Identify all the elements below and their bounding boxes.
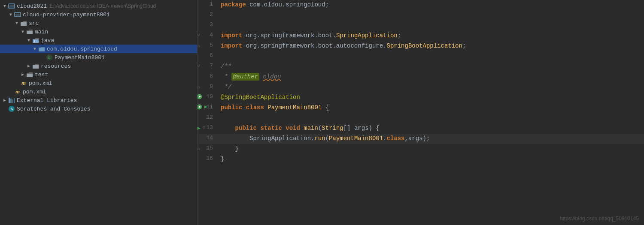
arrow-external-libs — [2, 98, 8, 103]
arrow-cloud2021 — [2, 4, 8, 9]
line-num-4: 4 ▽ — [197, 31, 217, 41]
run-icons-11[interactable] — [197, 104, 208, 110]
code-line-15: 15 △ } — [197, 144, 644, 154]
svg-text:C: C — [48, 56, 51, 60]
line-content-10: @SpringBootApplication — [217, 93, 644, 103]
sidebar-label-payment-class: PaymentMain8001 — [55, 54, 105, 61]
line-num-7: 7 ▽ — [197, 62, 217, 72]
code-line-14: 14 SpringApplication.run(PaymentMain8001… — [197, 134, 644, 144]
sidebar-item-external-libs[interactable]: External Libraries — [0, 96, 197, 105]
fold-icon-5: △ — [197, 42, 200, 49]
line-num-13: 13 ▽ — [197, 123, 217, 134]
arrow-package — [32, 47, 38, 51]
folder-icon-java: J — [32, 37, 39, 44]
line-content-9: */ — [217, 82, 644, 93]
line-content-11: public class PaymentMain8001 { — [217, 103, 644, 113]
sidebar-label-pom2: pom.xml — [23, 89, 46, 95]
sidebar-item-test[interactable]: test — [0, 70, 197, 79]
arrow-java — [26, 38, 32, 43]
line-num-12: 12 — [197, 113, 217, 123]
sidebar-label-test: test — [35, 72, 48, 78]
svg-text:J: J — [33, 40, 35, 43]
library-icon — [8, 97, 15, 104]
sidebar-item-pom2[interactable]: ▶ m pom.xml — [0, 87, 197, 96]
line-num-10: 10 — [197, 93, 217, 103]
folder-icon-main — [26, 28, 33, 35]
line-content-13: public static void main(String[] args) { — [217, 123, 644, 134]
code-line-10: 10 @SpringBootApplication — [197, 93, 644, 103]
line-num-5: 5 △ — [197, 41, 217, 51]
sidebar-item-src[interactable]: src — [0, 19, 197, 27]
sidebar-item-payment-class[interactable]: ▶ C PaymentMain8001 — [0, 53, 197, 62]
xml-icon-pom2: m — [14, 88, 21, 95]
code-line-6: 6 — [197, 51, 644, 62]
line-num-3: 3 — [197, 21, 217, 31]
sidebar-item-java[interactable]: J java — [0, 36, 197, 45]
sidebar-item-package[interactable]: com.oldou.springcloud — [0, 45, 197, 53]
scratch-icon: ✎ — [8, 105, 15, 112]
arrow-payment8001 — [8, 12, 14, 17]
line-content-7: /** — [217, 62, 644, 72]
line-num-1: 1 — [197, 0, 217, 10]
svg-marker-18 — [197, 127, 200, 130]
code-line-1: 1 package com.oldou.springcloud; — [197, 0, 644, 10]
line-content-3 — [217, 21, 644, 31]
svg-rect-10 — [14, 98, 15, 103]
line-num-14: 14 — [197, 134, 217, 144]
fold-icon-15: △ — [197, 145, 200, 152]
arrow-resources — [26, 63, 32, 69]
code-editor: 1 package com.oldou.springcloud; 2 3 4 — [197, 0, 644, 225]
line-content-5: import org.springframework.boot.autoconf… — [217, 41, 644, 51]
svg-marker-17 — [204, 105, 207, 108]
svg-text:✎: ✎ — [10, 107, 14, 111]
sidebar-item-main[interactable]: main — [0, 27, 197, 36]
code-line-8: 8 * @auther oldou — [197, 72, 644, 82]
line-content-2 — [217, 10, 644, 21]
run-icon-10[interactable] — [197, 94, 202, 99]
sidebar-item-payment8001[interactable]: cloud-provider-payment8001 — [0, 10, 197, 19]
code-line-9: 9 △ */ — [197, 82, 644, 93]
folder-icon-resources — [32, 63, 39, 69]
sidebar-label-package: com.oldou.springcloud — [47, 46, 117, 52]
java-class-icon: C — [46, 54, 53, 61]
project-sidebar[interactable]: cloud2021 E:\Advanced course IDEA-maven\… — [0, 0, 197, 225]
line-content-16: } — [217, 154, 644, 165]
line-content-15: } — [217, 144, 644, 154]
sidebar-label-pom1: pom.xml — [29, 80, 52, 87]
line-num-11: 11 — [197, 103, 217, 113]
module-icon-payment — [14, 11, 21, 18]
arrow-src — [14, 21, 20, 26]
sidebar-item-pom1[interactable]: ▶ m pom.xml — [0, 79, 197, 87]
code-line-16: 16 } — [197, 154, 644, 165]
code-line-13: 13 ▽ public static void main(String[] ar… — [197, 123, 644, 134]
code-line-4: 4 ▽ import org.springframework.boot.Spri… — [197, 31, 644, 41]
sidebar-item-cloud2021[interactable]: cloud2021 E:\Advanced course IDEA-maven\… — [0, 2, 197, 10]
fold-icon-9: △ — [197, 84, 200, 90]
sidebar-label-payment8001: cloud-provider-payment8001 — [23, 12, 110, 18]
line-content-4: import org.springframework.boot.SpringAp… — [217, 31, 644, 41]
code-table: 1 package com.oldou.springcloud; 2 3 4 — [197, 0, 644, 165]
svg-rect-8 — [10, 99, 12, 103]
line-content-12 — [217, 113, 644, 123]
line-content-6 — [217, 51, 644, 62]
sidebar-label-external-libs: External Libraries — [17, 97, 77, 104]
sidebar-label-java: java — [41, 37, 54, 44]
editor-scroll-area[interactable]: 1 package com.oldou.springcloud; 2 3 4 — [197, 0, 644, 225]
code-line-5: 5 △ import org.springframework.boot.auto… — [197, 41, 644, 51]
line-num-16: 16 — [197, 154, 217, 165]
module-icon — [8, 3, 15, 9]
code-line-12: 12 — [197, 113, 644, 123]
code-line-3: 3 — [197, 21, 644, 31]
fold-icon-7: ▽ — [197, 63, 200, 70]
code-line-2: 2 — [197, 10, 644, 21]
run-fold-icons-13[interactable]: ▽ — [197, 125, 205, 132]
line-num-9: 9 △ — [197, 82, 217, 93]
folder-icon-test — [26, 71, 33, 78]
sidebar-item-scratches[interactable]: ▶ ✎ Scratches and Consoles — [0, 105, 197, 113]
svg-rect-7 — [9, 98, 10, 103]
code-line-7: 7 ▽ /** — [197, 62, 644, 72]
folder-icon-src — [20, 20, 27, 27]
watermark: https://blog.csdn.net/qq_50910145 — [560, 216, 639, 222]
sidebar-path-cloud2021: E:\Advanced course IDEA-maven\SpringClou… — [49, 3, 156, 9]
sidebar-item-resources[interactable]: resources — [0, 62, 197, 70]
